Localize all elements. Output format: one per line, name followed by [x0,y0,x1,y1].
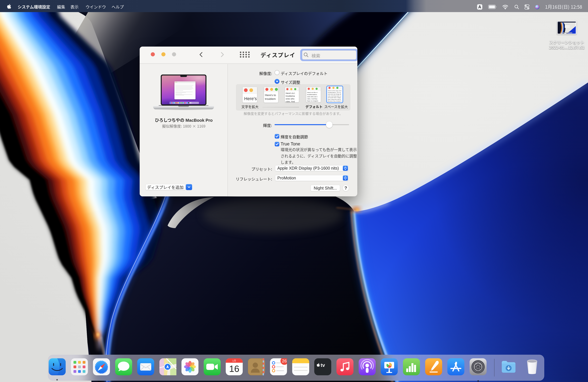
svg-text:1月: 1月 [232,359,236,362]
svg-text:16: 16 [229,363,239,374]
svg-text:tv: tv [321,362,325,368]
svg-text:26: 26 [282,359,287,363]
